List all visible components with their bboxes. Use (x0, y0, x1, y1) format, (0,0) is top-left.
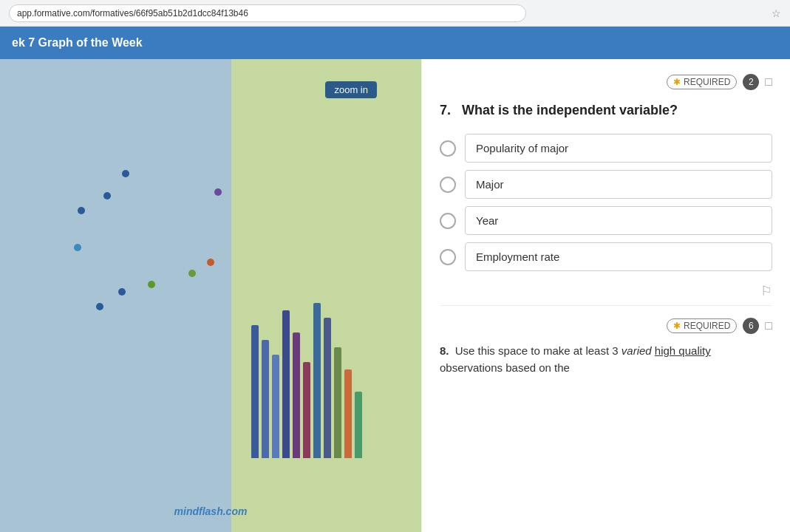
radio-button-4[interactable] (440, 249, 456, 265)
mindflash-suffix: .com (223, 505, 248, 517)
q8-number-badge: 6 (743, 318, 759, 334)
scatter-dot (148, 281, 155, 288)
flag-icon[interactable]: ⚐ (760, 283, 772, 299)
radio-button-1[interactable] (440, 140, 456, 157)
q8-prefix: 8. (440, 344, 449, 357)
bar (272, 355, 279, 458)
question-7-prefix: 7. (440, 103, 451, 117)
question-8-section: ✱ REQUIRED 6 □ 8. Use this space to make… (440, 305, 772, 376)
required-star-icon: ✱ (673, 77, 681, 87)
bar (313, 303, 321, 458)
required-label: REQUIRED (684, 77, 730, 87)
main-content: zoom in (0, 59, 790, 532)
question-7-content: What is the independent variable? (462, 103, 678, 117)
question-7-header: ✱ REQUIRED 2 □ (440, 74, 772, 90)
bar (334, 347, 341, 458)
question-7-text: 7. What is the independent variable? (440, 102, 772, 119)
answer-label-1: Popularity of major (465, 134, 772, 163)
scatter-dot (122, 170, 129, 177)
mindflash-text: mindflash.com (174, 505, 248, 517)
scatter-dot (96, 303, 103, 310)
bar (293, 332, 300, 458)
scatter-dot (103, 192, 111, 200)
scatter-dot (74, 244, 81, 251)
bar (282, 310, 290, 458)
bar (324, 318, 331, 458)
q8-text-italics: varied (622, 344, 652, 357)
bar (262, 340, 269, 458)
answer-option-3[interactable]: Year (440, 206, 772, 235)
answer-option-2[interactable]: Major (440, 170, 772, 199)
url-text: app.formative.com/formatives/66f95ab51b2… (17, 8, 248, 18)
question-panel: ✱ REQUIRED 2 □ 7. What is the independen… (421, 59, 790, 532)
answer-option-1[interactable]: Popularity of major (440, 134, 772, 163)
app-header: ek 7 Graph of the Week (0, 27, 790, 59)
bar (303, 362, 310, 458)
browser-bar: app.formative.com/formatives/66f95ab51b2… (0, 0, 790, 27)
bar (344, 369, 352, 458)
page-title: ek 7 Graph of the Week (12, 36, 143, 50)
radio-button-2[interactable] (440, 177, 456, 193)
answer-option-4[interactable]: Employment rate (440, 242, 772, 271)
q8-required-star-icon: ✱ (673, 321, 681, 331)
answer-options: Popularity of major Major Year Employmen… (440, 134, 772, 271)
required-badge: ✱ REQUIRED (667, 75, 737, 89)
q8-required-badge: ✱ REQUIRED (667, 318, 737, 333)
q8-required-label: REQUIRED (684, 321, 730, 331)
bar (355, 392, 362, 458)
flag-area: ⚐ (440, 283, 772, 299)
bookmark-icon[interactable]: ☆ (772, 7, 781, 19)
answer-label-2: Major (465, 170, 772, 199)
scatter-dot (207, 259, 214, 266)
browser-icons: ☆ (772, 7, 781, 19)
question-8-text: 8. Use this space to make at least 3 var… (440, 343, 772, 376)
graph-image: zoom in (0, 59, 421, 532)
question-8-header: ✱ REQUIRED 6 □ (440, 318, 772, 334)
mindflash-brand: mindflash (174, 505, 223, 517)
bar-chart-area (251, 296, 362, 458)
graph-panel: zoom in (0, 59, 421, 532)
scatter-dot (118, 288, 126, 296)
q8-copy-icon[interactable]: □ (765, 319, 772, 332)
mindflash-logo: mindflash.com (174, 505, 248, 517)
answer-label-3: Year (465, 206, 772, 235)
copy-icon[interactable]: □ (765, 75, 772, 89)
url-bar[interactable]: app.formative.com/formatives/66f95ab51b2… (9, 4, 526, 22)
scatter-dot (78, 207, 85, 214)
q8-text-underline: high quality (655, 344, 711, 357)
answer-label-4: Employment rate (465, 242, 772, 271)
question-number-badge: 2 (743, 74, 759, 90)
scatter-dot (188, 270, 196, 277)
radio-button-3[interactable] (440, 213, 456, 229)
q8-text-start: Use this space to make at least 3 (455, 344, 622, 357)
bar (251, 325, 259, 458)
scatter-dot (214, 188, 222, 196)
zoom-in-button[interactable]: zoom in (325, 81, 377, 98)
q8-text-end: observations based on the (440, 361, 570, 374)
